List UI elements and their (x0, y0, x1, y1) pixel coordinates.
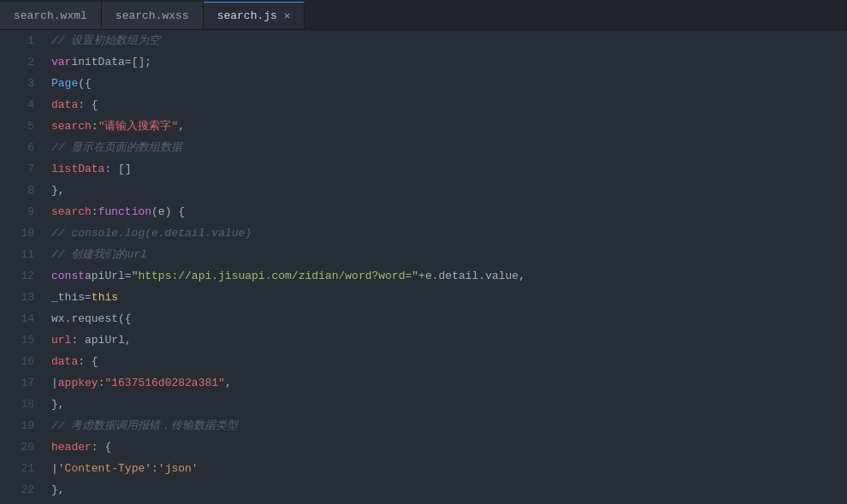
editor-container: search.wxml search.wxss search.js ✕ 1234… (0, 0, 847, 504)
code-line-9: search: function(e) { (51, 201, 847, 222)
line-number-3: 3 (0, 73, 34, 94)
line-number-6: 6 (0, 137, 34, 158)
line-number-16: 16 (0, 351, 34, 372)
line-number-22: 22 (0, 479, 34, 501)
tab-wxss-label: search.wxss (116, 9, 189, 22)
tab-bar: search.wxml search.wxss search.js ✕ (0, 0, 847, 30)
tab-js[interactable]: search.js ✕ (204, 2, 305, 29)
line-number-20: 20 (0, 436, 34, 458)
line-number-8: 8 (0, 180, 34, 201)
line-number-5: 5 (0, 116, 34, 137)
line-number-14: 14 (0, 308, 34, 329)
code-line-14: wx.request({ (51, 308, 847, 329)
code-line-1: // 设置初始数组为空 (51, 30, 847, 51)
code-line-8: }, (51, 180, 847, 201)
code-line-7: listData: [] (51, 158, 847, 180)
code-area: 12345678910111213141516171819202122 // 设… (0, 30, 847, 504)
code-line-6: // 显示在页面的数组数据 (51, 137, 847, 158)
code-line-3: Page({ (51, 73, 847, 94)
code-line-2: var initData = []; (51, 51, 847, 73)
code-line-19: // 考虑数据调用报错，传输数据类型 (51, 415, 847, 436)
line-number-19: 19 (0, 415, 34, 436)
line-number-10: 10 (0, 222, 34, 244)
code-line-15: url: apiUrl, (51, 329, 847, 351)
line-number-2: 2 (0, 51, 34, 73)
tab-wxml[interactable]: search.wxml (0, 2, 102, 29)
code-line-4: data: { (51, 94, 847, 116)
line-number-18: 18 (0, 394, 34, 415)
close-icon[interactable]: ✕ (284, 9, 290, 22)
code-content[interactable]: // 设置初始数组为空var initData = [];Page({ data… (43, 30, 847, 504)
line-number-11: 11 (0, 244, 34, 265)
code-line-18: }, (51, 394, 847, 415)
code-line-16: data: { (51, 351, 847, 372)
line-number-12: 12 (0, 265, 34, 287)
code-line-13: _this = this (51, 287, 847, 308)
tab-wxss[interactable]: search.wxss (102, 2, 204, 29)
tab-js-label: search.js (217, 9, 277, 22)
line-number-13: 13 (0, 287, 34, 308)
tab-wxml-label: search.wxml (14, 9, 87, 22)
code-line-17: | appkey: "1637516d0282a381", (51, 372, 847, 394)
line-number-17: 17 (0, 372, 34, 394)
code-line-21: | 'Content-Type': 'json' (51, 458, 847, 479)
code-line-12: const apiUrl = "https://api.jisuapi.com/… (51, 265, 847, 287)
line-number-1: 1 (0, 30, 34, 51)
code-line-10: // console.log(e.detail.value) (51, 222, 847, 244)
code-line-11: // 创建我们的url (51, 244, 847, 265)
code-line-22: }, (51, 479, 847, 501)
line-number-7: 7 (0, 158, 34, 180)
line-number-21: 21 (0, 458, 34, 479)
line-number-9: 9 (0, 201, 34, 222)
line-number-4: 4 (0, 94, 34, 116)
line-number-15: 15 (0, 329, 34, 351)
code-line-5: search: "请输入搜索字", (51, 116, 847, 137)
code-line-20: header: { (51, 436, 847, 458)
line-numbers: 12345678910111213141516171819202122 (0, 30, 43, 504)
